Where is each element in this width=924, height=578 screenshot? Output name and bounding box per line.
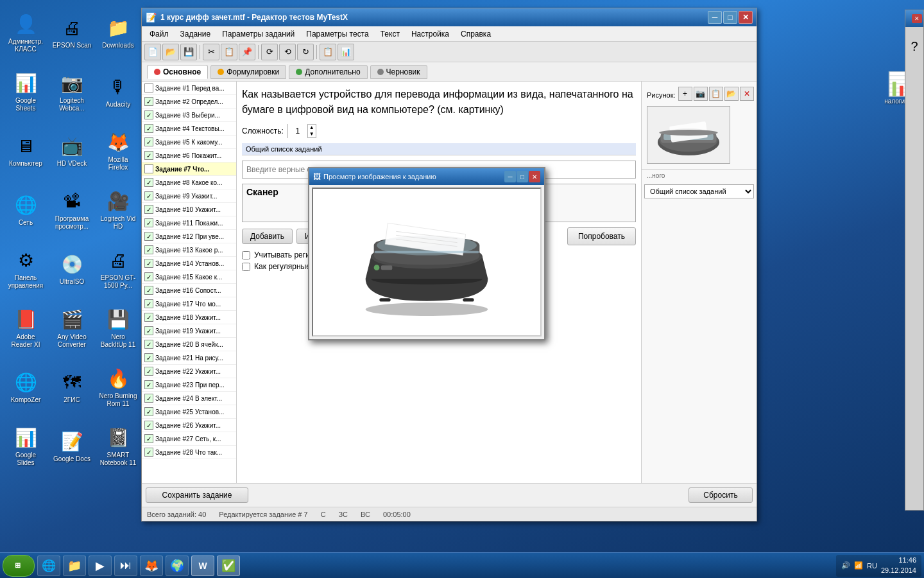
menu-help[interactable]: Справка — [456, 28, 496, 40]
tray-volume[interactable]: 📶 — [854, 561, 863, 570]
pic-delete[interactable]: ✕ — [740, 87, 754, 101]
task-item-12[interactable]: ✓ Задание #12 При уве... — [142, 230, 236, 243]
task-item-9[interactable]: ✓ Задание #9 Укажит... — [142, 189, 236, 203]
complexity-spinner[interactable]: ▲ ▼ — [287, 124, 316, 138]
toolbar-btn5[interactable]: 📊 — [338, 44, 354, 60]
taskbar-chrome[interactable]: 🌍 — [166, 556, 189, 576]
reset-button[interactable]: Сбросить — [689, 487, 753, 503]
tab-draft[interactable]: Черновик — [370, 65, 427, 79]
toolbar-paste[interactable]: 📌 — [239, 44, 255, 60]
menu-task-params[interactable]: Параметры заданий — [217, 28, 300, 40]
task-item-8[interactable]: ✓ Задание #8 Какое ко... — [142, 176, 236, 189]
checkbox-regex[interactable] — [242, 263, 250, 271]
tab-basic[interactable]: Основное — [147, 65, 208, 79]
desktop-icon-set[interactable]: 🌐 Сеть — [3, 180, 48, 238]
task-item-26[interactable]: ✓ Задание #26 Укажит... — [142, 419, 236, 432]
desktop-icon-adobe[interactable]: 📕 Adobe Reader XI — [3, 299, 48, 356]
task-item-19[interactable]: ✓ Задание #19 Укажит... — [142, 324, 236, 338]
taskbar-explorer[interactable]: 📁 — [63, 556, 86, 576]
task-item-6[interactable]: ✓ Задание #6 Покажит... — [142, 149, 236, 162]
tab-formulas[interactable]: Формулировки — [210, 65, 286, 79]
desktop-icon-epson2[interactable]: 🖨 EPSON GT-1500 Ру... — [96, 240, 141, 297]
toolbar-cut[interactable]: ✂ — [203, 44, 219, 60]
taskbar-media2[interactable]: ⏭ — [114, 556, 137, 576]
toolbar-btn3[interactable]: ↻ — [297, 44, 314, 60]
desktop-icon-hd-vdeck[interactable]: 📺 HD VDeck — [49, 121, 94, 179]
task-item-22[interactable]: ✓ Задание #22 Укажит... — [142, 365, 236, 378]
tray-lang[interactable]: RU — [867, 562, 877, 570]
save-task-button[interactable]: Сохранить задание — [146, 487, 248, 503]
desktop-icon-kompozer[interactable]: 🌐 KompoZer — [3, 358, 48, 416]
toolbar-save[interactable]: 💾 — [180, 44, 197, 60]
minimize-button[interactable]: ─ — [708, 11, 722, 24]
taskbar-browser[interactable]: 🌐 — [37, 556, 60, 576]
complexity-down[interactable]: ▼ — [308, 131, 316, 137]
toolbar-open[interactable]: 📂 — [162, 44, 179, 60]
menu-settings[interactable]: Настройка — [406, 28, 454, 40]
task-item-24[interactable]: ✓ Задание #24 В элект... — [142, 392, 236, 405]
task-item-16[interactable]: ✓ Задание #16 Сопост... — [142, 284, 236, 297]
desktop-icon-nero-burning[interactable]: 🔥 Nero Burning Rom 11 — [96, 358, 141, 416]
task-item-27[interactable]: ✓ Задание #27 Сеть, к... — [142, 432, 236, 446]
task-item-5[interactable]: ✓ Задание #5 К какому... — [142, 136, 236, 149]
task-item-25[interactable]: ✓ Задание #25 Установ... — [142, 405, 236, 419]
tab-additional[interactable]: Дополнительно — [289, 65, 367, 79]
menu-text[interactable]: Текст — [375, 28, 405, 40]
desktop-icon-komputer[interactable]: 🖥 Компьютер — [3, 121, 48, 179]
taskbar-firefox[interactable]: 🦊 — [140, 556, 163, 576]
task-item-13[interactable]: ✓ Задание #13 Какое р... — [142, 243, 236, 257]
complexity-input[interactable] — [288, 124, 307, 138]
taskbar-word[interactable]: W — [191, 556, 214, 576]
dialog-minimize[interactable]: ─ — [504, 171, 516, 182]
second-window-close[interactable]: ✕ — [912, 14, 922, 23]
task-item-4[interactable]: ✓ Задание #4 Текстовы... — [142, 122, 236, 136]
desktop-icon-downloads[interactable]: 📁 Downloads — [96, 3, 141, 61]
pic-add[interactable]: + — [678, 87, 692, 101]
dialog-close[interactable]: ✕ — [529, 171, 540, 182]
task-item-20[interactable]: ✓ Задание #20 В ячейк... — [142, 338, 236, 351]
desktop-icon-ultraiso[interactable]: 💿 UltraISO — [49, 240, 94, 297]
add-button[interactable]: Добавить — [242, 229, 293, 244]
task-item-2[interactable]: ✓ Задание #2 Определ... — [142, 95, 236, 109]
right-dropdown[interactable]: Общий список заданий — [644, 184, 754, 198]
taskbar-media1[interactable]: ▶ — [89, 556, 112, 576]
task-item-11[interactable]: ✓ Задание #11 Покажи... — [142, 216, 236, 230]
toolbar-copy[interactable]: 📋 — [221, 44, 237, 60]
task-item-21[interactable]: ✓ Задание #21 На рису... — [142, 351, 236, 365]
desktop-icon-logitech-vid[interactable]: 🎥 Logitech Vid HD — [96, 180, 141, 238]
desktop-icon-programm[interactable]: 📽 Программа просмотр... — [49, 180, 94, 238]
toolbar-btn4[interactable]: 📋 — [320, 44, 336, 60]
task-item-14[interactable]: ✓ Задание #14 Установ... — [142, 257, 236, 270]
try-button[interactable]: Попробовать — [567, 227, 636, 245]
desktop-icon-panel[interactable]: ⚙ Панель управления — [3, 240, 48, 297]
pic-open[interactable]: 📂 — [724, 87, 739, 101]
desktop-icon-admin[interactable]: 👤 Администр. КЛАСС — [3, 3, 48, 61]
desktop-icon-2gis[interactable]: 🗺 2ГИС — [49, 358, 94, 416]
desktop-icon-epson[interactable]: 🖨 EPSON Scan — [49, 3, 94, 61]
pic-copy[interactable]: 📋 — [709, 87, 723, 101]
desktop-icon-nero-backup[interactable]: 💾 Nero BackItUp 11 — [96, 299, 141, 356]
menu-task[interactable]: Задание — [175, 28, 216, 40]
pic-camera[interactable]: 📷 — [694, 87, 708, 101]
desktop-icon-google-docs[interactable]: 📝 Google Docs — [49, 417, 94, 475]
taskbar-task-active[interactable]: ✅ — [217, 556, 240, 576]
desktop-icon-google-slides[interactable]: 📊 Google Slides — [3, 417, 48, 475]
checkbox-register[interactable] — [242, 251, 250, 259]
desktop-icon-google-sheets[interactable]: 📊 Google Sheets — [3, 62, 48, 120]
task-item-7[interactable]: Задание #7 Что... — [142, 162, 236, 176]
dialog-maximize[interactable]: □ — [517, 171, 528, 182]
tray-network[interactable]: 🔊 — [841, 561, 850, 570]
task-item-18[interactable]: ✓ Задание #18 Укажит... — [142, 311, 236, 324]
complexity-up[interactable]: ▲ — [308, 125, 316, 131]
task-item-17[interactable]: ✓ Задание #17 Что мо... — [142, 297, 236, 311]
task-item-10[interactable]: ✓ Задание #10 Укажит... — [142, 203, 236, 216]
desktop-icon-audacity[interactable]: 🎙 Audacity — [96, 62, 141, 120]
toolbar-btn2[interactable]: ⟲ — [279, 44, 296, 60]
task-item-15[interactable]: ✓ Задание #15 Какое к... — [142, 270, 236, 284]
task-item-3[interactable]: ✓ Задание #3 Выбери... — [142, 109, 236, 122]
menu-file[interactable]: Файл — [144, 28, 174, 40]
menu-test-params[interactable]: Параметры теста — [301, 28, 373, 40]
toolbar-btn1[interactable]: ⟳ — [261, 44, 278, 60]
maximize-button[interactable]: □ — [723, 11, 737, 24]
desktop-icon-logitech-webcam[interactable]: 📷 Logitech Webca... — [49, 62, 94, 120]
